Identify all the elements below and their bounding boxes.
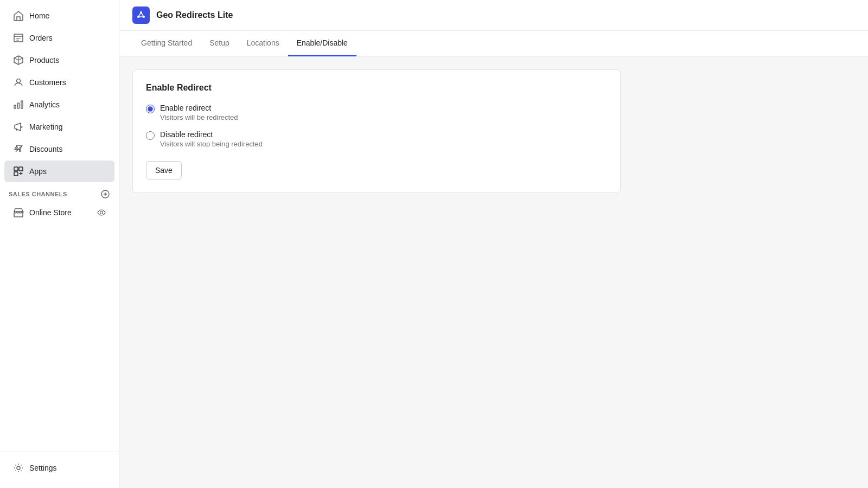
app-header: Geo Redirects Lite [119,0,868,31]
svg-point-2 [17,79,21,83]
analytics-icon [13,99,24,110]
discounts-icon [13,144,24,155]
sidebar-item-products-label: Products [29,56,59,65]
home-icon [13,10,24,21]
sidebar-item-settings-label: Settings [29,464,57,472]
enable-redirect-text: Enable redirect Visitors will be redirec… [160,104,238,121]
disable-redirect-label: Disable redirect [160,130,263,139]
radio-group: Enable redirect Visitors will be redirec… [146,104,607,148]
disable-redirect-radio[interactable] [146,131,155,140]
svg-rect-4 [18,103,20,108]
svg-rect-0 [14,34,23,42]
sidebar-item-orders[interactable]: Orders [4,27,114,49]
tab-locations[interactable]: Locations [238,31,288,56]
enable-redirect-radio[interactable] [146,105,155,113]
enable-redirect-option[interactable]: Enable redirect Visitors will be redirec… [146,104,607,121]
enable-redirect-label: Enable redirect [160,104,238,112]
svg-rect-5 [21,101,23,108]
svg-rect-3 [14,105,16,108]
svg-rect-8 [14,167,18,171]
sidebar-item-online-store[interactable]: Online Store [4,202,114,223]
apps-icon [13,166,24,177]
sidebar-item-online-store-label: Online Store [29,208,72,217]
tab-setup[interactable]: Setup [201,31,238,56]
sidebar-item-analytics-label: Analytics [29,100,60,109]
customers-icon [13,77,24,88]
app-icon [132,7,150,24]
sidebar-item-customers[interactable]: Customers [4,72,114,93]
disable-redirect-option[interactable]: Disable redirect Visitors will stop bein… [146,130,607,148]
save-button[interactable]: Save [146,161,182,179]
section-title: Enable Redirect [146,83,607,93]
sidebar: Home Orders Products [0,0,119,488]
orders-icon [13,33,24,43]
marketing-icon [13,121,24,132]
online-store-visibility-icon[interactable] [97,208,106,217]
sidebar-item-orders-label: Orders [29,34,53,42]
enable-redirect-desc: Visitors will be redirected [160,113,238,121]
sidebar-item-discounts-label: Discounts [29,145,62,153]
tabs-bar: Getting Started Setup Locations Enable/D… [119,31,868,56]
sidebar-item-analytics[interactable]: Analytics [4,94,114,115]
sidebar-item-home[interactable]: Home [4,5,114,27]
products-icon [13,55,24,66]
sidebar-item-settings[interactable]: Settings [4,457,114,479]
svg-point-13 [100,211,103,214]
main-content: Geo Redirects Lite Getting Started Setup… [119,0,868,488]
svg-line-18 [138,12,141,17]
store-icon [13,207,24,218]
svg-point-7 [20,150,21,152]
sidebar-item-apps[interactable]: Apps [4,160,114,182]
sidebar-item-apps-label: Apps [29,167,47,176]
tab-enable-disable[interactable]: Enable/Disable [288,31,356,56]
sidebar-item-marketing[interactable]: Marketing [4,116,114,138]
svg-line-19 [141,12,144,17]
sidebar-item-discounts[interactable]: Discounts [4,138,114,160]
settings-icon [13,463,24,473]
sidebar-item-home-label: Home [29,11,49,20]
sidebar-item-products[interactable]: Products [4,49,114,71]
add-sales-channel-icon[interactable] [100,189,110,199]
sidebar-bottom: Settings [0,452,119,488]
sidebar-item-customers-label: Customers [29,78,66,87]
svg-rect-9 [19,167,23,171]
svg-rect-10 [14,172,18,176]
content-area: Enable Redirect Enable redirect Visitors… [119,56,868,488]
tab-getting-started[interactable]: Getting Started [132,31,201,56]
sidebar-nav: Home Orders Products [0,0,119,452]
sales-channels-section: SALES CHANNELS [0,183,119,201]
enable-redirect-card: Enable Redirect Enable redirect Visitors… [132,69,621,193]
disable-redirect-text: Disable redirect Visitors will stop bein… [160,130,263,148]
sales-channels-label: SALES CHANNELS [9,191,67,197]
disable-redirect-desc: Visitors will stop being redirected [160,140,263,148]
svg-point-14 [17,466,20,470]
app-title: Geo Redirects Lite [156,10,233,20]
sidebar-item-marketing-label: Marketing [29,123,62,131]
